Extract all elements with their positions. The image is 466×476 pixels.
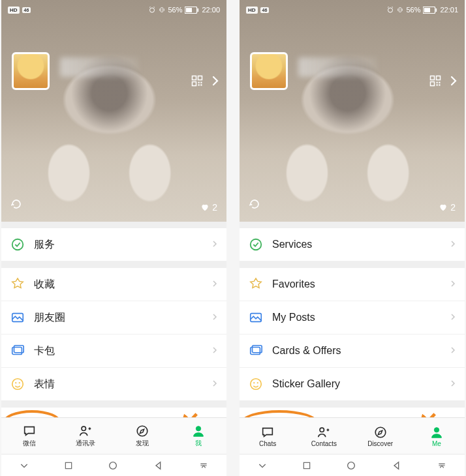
- nav-recent-icon[interactable]: [64, 461, 73, 470]
- menu-services[interactable]: Services: [240, 228, 465, 261]
- svg-rect-1: [161, 8, 163, 12]
- menu-favorites[interactable]: Favorites: [240, 268, 465, 301]
- chevron-right-icon: [211, 378, 219, 390]
- tab-label: Contacts: [311, 440, 337, 447]
- svg-rect-29: [436, 8, 437, 11]
- svg-point-45: [320, 428, 324, 432]
- settings-icon: [10, 417, 25, 417]
- nav-back-icon[interactable]: [153, 460, 164, 471]
- menu-cards[interactable]: Cards & Offers: [240, 335, 465, 368]
- chevron-right-icon: [449, 378, 457, 390]
- menu-stickers[interactable]: 表情: [1, 368, 226, 401]
- svg-point-42: [253, 382, 255, 383]
- tab-discover[interactable]: 发现: [114, 418, 170, 454]
- svg-point-18: [19, 382, 20, 383]
- nav-dropdown-icon[interactable]: [257, 460, 268, 471]
- svg-rect-10: [198, 84, 200, 85]
- svg-rect-28: [424, 8, 430, 12]
- svg-rect-3: [186, 8, 192, 12]
- settings-icon: [249, 417, 263, 417]
- phone-english: HD 46 56% 22:01 2 S: [240, 0, 465, 476]
- posts-icon: [249, 310, 263, 325]
- avatar[interactable]: [250, 52, 288, 90]
- svg-rect-30: [431, 76, 435, 80]
- avatar[interactable]: [12, 52, 50, 90]
- menu-settings[interactable]: Settings: [240, 408, 465, 417]
- battery-icon: [423, 7, 437, 14]
- svg-point-46: [375, 427, 386, 438]
- svg-point-22: [196, 426, 200, 431]
- tab-label: 我: [195, 439, 202, 448]
- menu-favorites[interactable]: 收藏: [1, 268, 226, 301]
- menu-label: 表情: [34, 378, 202, 391]
- tab-bar: Chats Contacts Discover Me: [240, 417, 465, 454]
- svg-point-37: [251, 239, 262, 250]
- menu-label: 卡包: [34, 344, 202, 358]
- menu-label: 收藏: [34, 278, 202, 291]
- menu-posts[interactable]: My Posts: [240, 301, 465, 335]
- svg-rect-11: [200, 84, 202, 85]
- tab-chats[interactable]: Chats: [240, 418, 296, 454]
- tab-label: Chats: [259, 440, 276, 447]
- svg-rect-26: [399, 8, 401, 12]
- menu-label: Services: [272, 239, 440, 250]
- battery-icon: [185, 7, 199, 14]
- tab-chats[interactable]: 微信: [1, 418, 57, 454]
- cards-icon: [249, 344, 263, 358]
- qr-icon[interactable]: [429, 75, 441, 87]
- chevron-right-icon: [211, 278, 219, 290]
- svg-rect-35: [437, 84, 438, 85]
- nav-home-icon[interactable]: [108, 460, 118, 471]
- stickers-icon: [249, 377, 263, 391]
- android-nav: [240, 454, 465, 476]
- menu-label: Sticker Gallery: [272, 378, 440, 390]
- refresh-icon[interactable]: [10, 198, 22, 213]
- svg-point-43: [257, 382, 258, 383]
- menu-cards[interactable]: 卡包: [1, 335, 226, 368]
- tab-me[interactable]: 我: [170, 418, 226, 454]
- refresh-icon[interactable]: [249, 198, 260, 213]
- chevron-right-icon: [211, 239, 219, 250]
- menu-label: 设置: [34, 417, 202, 418]
- svg-rect-48: [303, 462, 309, 468]
- services-icon: [249, 237, 263, 252]
- menu-posts[interactable]: 朋友圈: [1, 301, 226, 335]
- lte-badge: 46: [260, 7, 270, 13]
- menu-list: 服务 收藏 朋友圈 卡包 表情 设置: [1, 222, 226, 417]
- battery-text: 56%: [406, 6, 420, 14]
- nav-dropdown-icon[interactable]: [19, 460, 29, 471]
- tab-label: 通讯录: [76, 439, 95, 448]
- tab-me[interactable]: Me: [409, 418, 465, 454]
- menu-stickers[interactable]: Sticker Gallery: [240, 368, 465, 401]
- chevron-right-icon: [449, 278, 457, 290]
- tab-bar: 微信 通讯录 发现 我: [1, 417, 226, 454]
- svg-point-12: [12, 239, 23, 250]
- profile-cover: HD 46 56% 22:01 2: [240, 0, 465, 222]
- nav-home-icon[interactable]: [346, 460, 356, 471]
- menu-settings[interactable]: 设置: [1, 408, 226, 417]
- svg-rect-34: [439, 82, 440, 83]
- menu-label: Cards & Offers: [272, 345, 440, 357]
- tab-label: Me: [432, 440, 441, 447]
- chevron-right-icon[interactable]: [448, 75, 459, 87]
- android-nav: [1, 454, 226, 476]
- svg-point-49: [348, 462, 355, 469]
- nav-back-icon[interactable]: [392, 460, 402, 471]
- chevron-right-icon[interactable]: [210, 75, 221, 87]
- tab-label: 发现: [136, 439, 149, 448]
- menu-services[interactable]: 服务: [1, 228, 226, 261]
- svg-point-20: [82, 426, 85, 430]
- tab-contacts[interactable]: 通讯录: [57, 418, 114, 454]
- tab-contacts[interactable]: Contacts: [296, 418, 352, 454]
- lte-badge: 46: [22, 7, 31, 13]
- qr-icon[interactable]: [191, 75, 203, 87]
- annotation-arrow: [412, 411, 437, 417]
- stickers-icon: [10, 377, 25, 391]
- phone-chinese: HD 46 56% 22:00 2 服: [1, 0, 226, 476]
- nav-menu-icon[interactable]: [198, 460, 209, 471]
- svg-point-47: [434, 427, 439, 432]
- tab-discover[interactable]: Discover: [352, 418, 409, 454]
- nav-recent-icon[interactable]: [302, 461, 311, 470]
- nav-menu-icon[interactable]: [437, 460, 447, 471]
- favorites-icon: [249, 277, 263, 291]
